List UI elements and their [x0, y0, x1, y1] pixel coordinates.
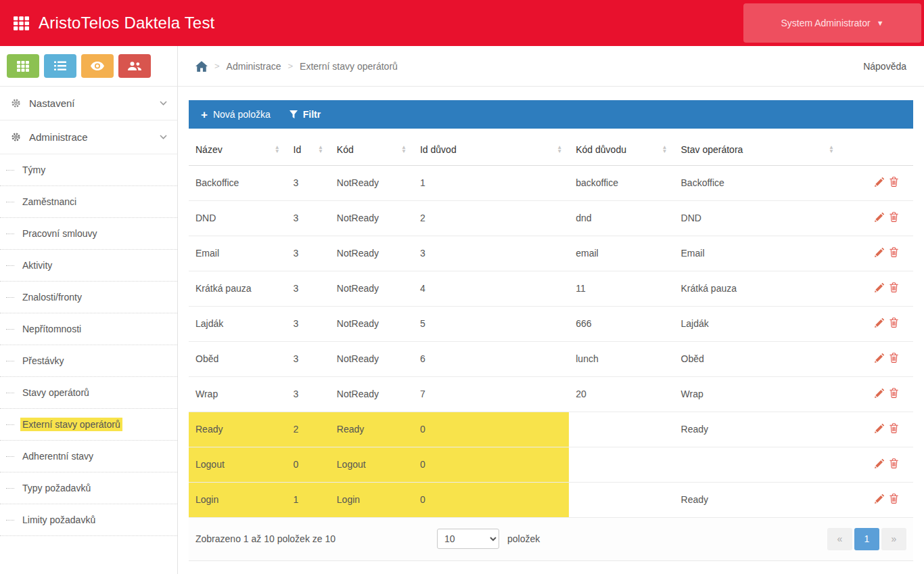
sort-icon: ▲▼ — [318, 146, 323, 154]
cell-id-duvod: 3 — [413, 236, 569, 271]
edit-button[interactable] — [872, 493, 887, 507]
cell-text: NotReady — [337, 353, 379, 364]
cell-text: 3 — [294, 213, 299, 223]
edit-button[interactable] — [872, 211, 887, 225]
cell-id: 3 — [287, 200, 330, 236]
column-header-kod-duvodu[interactable]: Kód důvodu▲▼ — [569, 134, 674, 165]
cell-stav-operatora: Email — [674, 236, 841, 271]
edit-button[interactable] — [872, 176, 887, 190]
sidebar-item-typy-pozadavku[interactable]: Typy požadavků — [0, 472, 177, 504]
cell-text: NotReady — [337, 177, 379, 188]
cell-id: 3 — [287, 165, 330, 200]
delete-button[interactable] — [887, 492, 901, 507]
cell-id: 3 — [287, 236, 330, 271]
cell-text: 666 — [576, 318, 591, 329]
sidebar-item-administrace[interactable]: Administrace — [0, 120, 177, 154]
page-size-select[interactable]: 10 — [437, 529, 499, 549]
column-header-stav-operatora[interactable]: Stav operátora▲▼ — [674, 134, 841, 165]
edit-pencil-icon — [875, 389, 884, 398]
cell-id-duvod: 0 — [413, 412, 569, 447]
sidebar-item-prestavky[interactable]: Přestávky — [0, 345, 177, 377]
cell-text: 1 — [294, 494, 299, 505]
column-header-nazev[interactable]: Název▲▼ — [189, 134, 287, 165]
help-link[interactable]: Nápověda — [863, 61, 906, 72]
edit-button[interactable] — [872, 387, 887, 401]
content-panel: + Nová položka Filtr Název▲▼Id▲▼Kód▲▼Id … — [178, 87, 924, 561]
pagination-page-button-1[interactable]: 1 — [854, 528, 879, 550]
sidebar-item-label: Limity požadavků — [20, 513, 97, 527]
cell-text: NotReady — [337, 248, 379, 259]
cell-text: 4 — [420, 283, 425, 294]
cell-nazev: Backoffice — [189, 165, 287, 200]
edit-button[interactable] — [872, 282, 887, 296]
sidebar-item-externi-stavy-operatoru[interactable]: Externí stavy operátorů — [0, 409, 177, 441]
home-icon[interactable] — [195, 61, 208, 72]
table-toolbar: + Nová položka Filtr — [189, 100, 913, 129]
delete-button[interactable] — [887, 387, 901, 401]
breadcrumb-item-externi-stavy-operatoru[interactable]: Externí stavy operátorů — [300, 61, 398, 72]
sidebar-item-znalosti-fronty[interactable]: Znalosti/fronty — [0, 282, 177, 313]
app-button-tables[interactable] — [7, 54, 39, 78]
administrace-submenu: TýmyZaměstnanciPracovní smlouvyAktivityZ… — [0, 154, 177, 536]
new-item-button[interactable]: + Nová položka — [191, 100, 280, 129]
delete-button[interactable] — [887, 316, 901, 331]
sidebar-item-tymy[interactable]: Týmy — [0, 154, 177, 186]
column-header-id[interactable]: Id▲▼ — [287, 134, 330, 165]
sidebar-item-limity-pozadavku[interactable]: Limity požadavků — [0, 504, 177, 536]
cell-text: 3 — [294, 389, 299, 399]
app-button-wallboard[interactable] — [81, 54, 114, 78]
pagination-next-button[interactable]: » — [881, 528, 906, 550]
cell-text: backoffice — [576, 177, 618, 188]
sidebar-item-nepritomnosti[interactable]: Nepřítomnosti — [0, 313, 177, 345]
sidebar-item-pracovni-smlouvy[interactable]: Pracovní smlouvy — [0, 218, 177, 250]
delete-trash-icon — [890, 458, 898, 468]
edit-button[interactable] — [872, 246, 887, 261]
page-size-suffix: položek — [507, 533, 540, 544]
filter-button[interactable]: Filtr — [280, 100, 330, 129]
sidebar-item-stavy-operatoru[interactable]: Stavy operátorů — [0, 377, 177, 409]
delete-button[interactable] — [887, 211, 901, 225]
cell-kod: NotReady — [330, 165, 413, 200]
cell-nazev: DND — [189, 200, 287, 236]
delete-button[interactable] — [887, 351, 901, 366]
cell-text: Email — [681, 248, 705, 259]
cell-nazev: Ready — [189, 412, 287, 447]
edit-button[interactable] — [872, 352, 887, 366]
cell-id-duvod: 6 — [413, 341, 569, 376]
edit-pencil-icon — [875, 353, 884, 363]
delete-trash-icon — [890, 388, 898, 398]
app-menu-grid-icon[interactable] — [14, 16, 29, 30]
column-label: Stav operátora — [681, 144, 743, 155]
user-menu-button[interactable]: System Administrator ▼ — [743, 3, 921, 43]
cell-text: Wrap — [681, 389, 703, 399]
column-label: Kód důvodu — [576, 144, 626, 155]
delete-button[interactable] — [887, 422, 901, 437]
pagination-prev-button[interactable]: « — [827, 528, 852, 550]
app-button-listings[interactable] — [44, 54, 76, 78]
sidebar-item-zamestnanci[interactable]: Zaměstnanci — [0, 186, 177, 218]
column-header-kod[interactable]: Kód▲▼ — [330, 134, 413, 165]
cell-text: dnd — [576, 213, 591, 223]
column-header-id-duvod[interactable]: Id důvod▲▼ — [413, 134, 569, 165]
edit-button[interactable] — [872, 317, 887, 331]
edit-button[interactable] — [872, 422, 887, 437]
main-layout: Nastavení Administrace TýmyZaměstnanciP — [0, 46, 924, 574]
cell-text: 11 — [576, 283, 586, 294]
delete-button[interactable] — [887, 175, 901, 190]
page-title: AristoTelos Daktela Test — [39, 14, 214, 32]
sidebar-item-label: Aktivity — [20, 259, 54, 272]
chevron-down-icon: ▼ — [877, 19, 884, 27]
breadcrumb-item-administrace[interactable]: Administrace — [227, 61, 281, 72]
sidebar-item-nastaveni[interactable]: Nastavení — [0, 87, 177, 120]
cell-id: 1 — [287, 482, 330, 517]
delete-button[interactable] — [887, 246, 901, 261]
filter-label: Filtr — [303, 109, 321, 120]
sidebar-item-adherentni-stavy[interactable]: Adherentní stavy — [0, 441, 177, 472]
edit-button[interactable] — [872, 458, 887, 472]
sidebar-item-label: Administrace — [29, 131, 88, 143]
delete-button[interactable] — [887, 281, 901, 296]
app-button-agents[interactable] — [118, 54, 151, 78]
sidebar-item-aktivity[interactable]: Aktivity — [0, 250, 177, 282]
delete-button[interactable] — [887, 457, 901, 472]
edit-pencil-icon — [875, 283, 884, 292]
